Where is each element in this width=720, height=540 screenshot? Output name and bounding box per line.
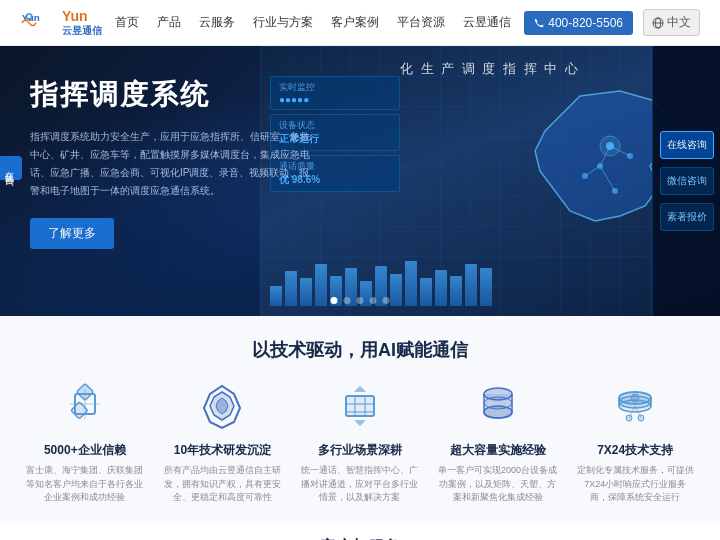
feature-desc-capacity: 单一客户可实现2000台设备成功案例，以及矩阵、天塑、方案和新聚焦化集成经验	[438, 464, 558, 505]
dot-4[interactable]	[370, 297, 377, 304]
feature-research: 10年技术研发沉淀 所有产品均由云昱通信自主研发，拥有知识产权，具有更安全、更稳…	[162, 382, 282, 505]
feature-icon-trust	[56, 382, 114, 434]
bar	[300, 278, 312, 306]
feature-desc-trust: 富士康、海宁集团、庆联集团等知名客户均来自于各行各业企业案例和成功经验	[25, 464, 145, 505]
features-title: 以技术驱动，用AI赋能通信	[20, 338, 700, 362]
feature-industry: 多行业场景深耕 统一通话、智慧指挥中心、广播对讲通道，应对平台多行业情景，以及解…	[300, 382, 420, 505]
phone-button[interactable]: 400-820-5506	[524, 11, 633, 35]
feature-icon-support	[606, 382, 664, 434]
feature-name-trust: 5000+企业信赖	[44, 442, 126, 459]
feature-icon-industry	[331, 382, 389, 434]
bar	[405, 261, 417, 306]
side-btn-quote[interactable]: 素著报价	[660, 203, 714, 231]
hero-content: 指挥调度系统 指挥调度系统助力安全生产，应用于应急指挥所、信研室、急救中心、矿井…	[30, 76, 310, 249]
bar	[285, 271, 297, 306]
header: Yun Yun 云昱通信 首页 产品 云服务 行业与方案 客户案例 平台资源 云…	[0, 0, 720, 46]
svg-marker-28	[354, 386, 366, 392]
feature-desc-research: 所有产品均由云昱通信自主研发，拥有知识产权，具有更安全、更稳定和高度可靠性	[162, 464, 282, 505]
feature-capacity: 超大容量实施经验 单一客户可实现2000台设备成功案例，以及矩阵、天塑、方案和新…	[438, 382, 558, 505]
globe-icon	[652, 17, 664, 29]
features-section: 以技术驱动，用AI赋能通信 5000+企业信赖 富士康、海宁集团、庆联集团等知名…	[0, 316, 720, 523]
bottom-teaser: 客户与服务	[0, 523, 720, 541]
feature-trust: 5000+企业信赖 富士康、海宁集团、庆联集团等知名客户均来自于各行各业企业案例…	[25, 382, 145, 505]
nav-cases[interactable]: 客户案例	[331, 12, 379, 33]
dot-1[interactable]	[331, 297, 338, 304]
bar	[420, 278, 432, 306]
bar	[315, 264, 327, 306]
dot-2[interactable]	[344, 297, 351, 304]
language-button[interactable]: 中文	[643, 9, 700, 36]
side-panel: 在线咨询 微信咨询 素著报价	[652, 46, 720, 316]
hero-dots	[331, 297, 390, 304]
learn-more-button[interactable]: 了解更多	[30, 218, 114, 249]
feature-icon-research	[193, 382, 251, 434]
bar	[450, 276, 462, 306]
bar	[465, 264, 477, 306]
main-nav: 首页 产品 云服务 行业与方案 客户案例 平台资源 云昱通信	[115, 12, 511, 33]
svg-point-38	[631, 394, 639, 402]
hero-title: 指挥调度系统	[30, 76, 310, 114]
nav-industry[interactable]: 行业与方案	[253, 12, 313, 33]
hero-screen: 化 生 产 调 度 指 挥 中 心 实时监控 ●●●●● 设备状态 正常运行 通…	[260, 46, 720, 316]
bar	[435, 270, 447, 306]
bar	[390, 274, 402, 306]
feature-name-support: 7X24技术支持	[597, 442, 673, 459]
hero-section: 化 生 产 调 度 指 挥 中 心 实时监控 ●●●●● 设备状态 正常运行 通…	[0, 46, 720, 316]
feature-desc-industry: 统一通话、智慧指挥中心、广播对讲通道，应对平台多行业情景，以及解决方案	[300, 464, 420, 505]
feature-name-research: 10年技术研发沉淀	[174, 442, 271, 459]
bar	[270, 286, 282, 306]
feature-name-capacity: 超大容量实施经验	[450, 442, 546, 459]
bar	[480, 268, 492, 306]
svg-point-2	[27, 15, 31, 19]
phone-icon	[534, 18, 544, 28]
feature-icon-capacity	[469, 382, 527, 434]
logo: Yun Yun 云昱通信	[20, 8, 102, 37]
svg-point-32	[484, 397, 512, 409]
feature-name-industry: 多行业场景深耕	[318, 442, 402, 459]
nav-platform[interactable]: 平台资源	[397, 12, 445, 33]
features-grid: 5000+企业信赖 富士康、海宁集团、庆联集团等知名客户均来自于各行各业企业案例…	[20, 382, 700, 505]
nav-home[interactable]: 首页	[115, 12, 139, 33]
logo-icon: Yun	[20, 8, 56, 36]
dot-3[interactable]	[357, 297, 364, 304]
nav-products[interactable]: 产品	[157, 12, 181, 33]
left-consult-bar[interactable]: 在线咨询	[0, 156, 22, 180]
nav-about[interactable]: 云昱通信	[463, 12, 511, 33]
header-right: 400-820-5506 中文	[524, 9, 700, 36]
side-btn-consult[interactable]: 在线咨询	[660, 131, 714, 159]
svg-rect-23	[346, 396, 374, 416]
feature-desc-support: 定制化专属技术服务，可提供7X24小时响应式行业服务商，保障系统安全运行	[575, 464, 695, 505]
nav-cloud[interactable]: 云服务	[199, 12, 235, 33]
side-btn-wechat[interactable]: 微信咨询	[660, 167, 714, 195]
svg-marker-29	[354, 420, 366, 426]
logo-text: Yun 云昱通信	[62, 8, 102, 37]
hero-description: 指挥调度系统助力安全生产，应用于应急指挥所、信研室、急救中心、矿井、应急车等，配…	[30, 128, 310, 200]
svg-point-15	[600, 136, 620, 156]
bottom-teaser-title: 客户与服务	[30, 537, 690, 541]
dot-5[interactable]	[383, 297, 390, 304]
feature-support: 7X24技术支持 定制化专属技术服务，可提供7X24小时响应式行业服务商，保障系…	[575, 382, 695, 505]
